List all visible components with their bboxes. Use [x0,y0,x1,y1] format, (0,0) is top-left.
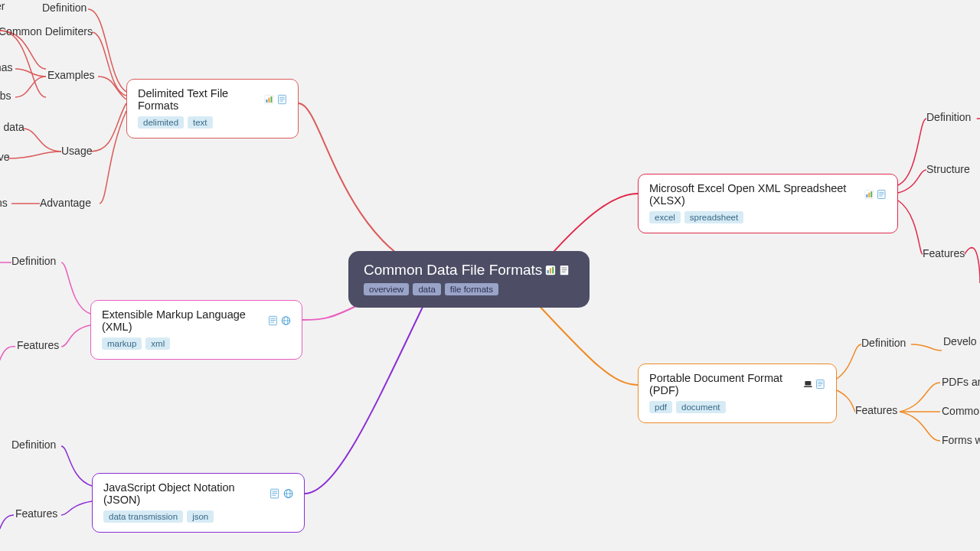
svg-rect-21 [880,192,884,193]
svg-rect-38 [273,491,278,492]
svg-rect-32 [803,386,812,387]
svg-rect-31 [805,381,811,386]
node-tags: data transmission json [103,510,293,523]
document-icon [270,488,279,499]
leaf-label[interactable]: ter [0,0,5,12]
root-tags: overview data file formats [364,283,574,295]
leaf-label[interactable]: Definition [926,111,971,123]
svg-rect-18 [868,193,870,197]
leaf-label[interactable]: Common Delimiters [0,25,93,37]
node-xml[interactable]: Extensible Markup Language (XML) markup … [90,300,302,360]
node-title-text: Microsoft Excel Open XML Spreadsheet (XL… [649,182,861,207]
tag: delimited [138,116,184,129]
leaf-label[interactable]: mas [0,61,12,73]
tag: markup [102,337,142,350]
node-pdf[interactable]: Portable Document Format (PDF) pdf docum… [638,364,837,423]
svg-rect-10 [269,98,270,103]
root-title-text: Common Data File Formats [364,262,542,279]
document-icon [877,189,887,200]
leaf-label[interactable]: Features [923,247,965,259]
node-title-text: Portable Document Format (PDF) [649,372,800,396]
document-icon [815,379,825,390]
leaf-label[interactable]: Common [942,405,980,417]
leaf-label[interactable]: Examples [47,69,94,81]
node-xlsx[interactable]: Microsoft Excel Open XML Spreadsheet (XL… [638,174,898,233]
leaf-label[interactable]: PDFs are [942,376,980,388]
svg-rect-23 [880,196,884,197]
svg-rect-5 [562,268,567,269]
svg-rect-39 [273,493,278,494]
svg-rect-3 [553,267,554,274]
tag: data transmission [103,510,183,523]
node-title-text: Delimited Text File Formats [138,87,261,112]
leaf-label[interactable]: Definition [861,337,906,349]
svg-rect-25 [270,318,275,319]
leaf-label[interactable]: Features [855,404,897,416]
svg-rect-19 [871,191,872,197]
svg-rect-14 [279,99,284,99]
svg-rect-11 [271,96,273,103]
node-title: Extensible Markup Language (XML) [102,308,291,333]
node-tags: delimited text [138,116,287,129]
node-title: Portable Document Format (PDF) [649,372,825,396]
tag: spreadsheet [684,211,743,223]
svg-rect-26 [270,320,275,321]
leaf-label[interactable]: Definition [11,255,56,267]
svg-rect-22 [880,194,884,194]
chart-icon [264,94,274,105]
leaf-label[interactable]: abs [0,90,11,102]
svg-rect-6 [562,269,567,270]
tag: text [188,116,213,129]
svg-rect-40 [273,495,276,496]
globe-icon [283,488,293,499]
chart-icon [545,265,556,276]
leaf-label[interactable]: Definition [42,2,87,14]
leaf-label[interactable]: Usage [61,145,92,157]
leaf-label[interactable]: ed data [0,121,24,133]
node-title: Microsoft Excel Open XML Spreadsheet (XL… [649,182,887,207]
tag: xml [145,337,170,350]
tag: data [413,283,440,295]
svg-rect-36 [818,386,822,386]
node-tags: pdf document [649,401,825,413]
node-tags: excel spreadsheet [649,211,887,223]
tag: document [676,401,726,413]
node-json[interactable]: JavaScript Object Notation (JSON) data t… [92,473,305,533]
node-delimited[interactable]: Delimited Text File Formats delimited te… [126,79,299,139]
node-title-text: Extensible Markup Language (XML) [102,308,265,333]
svg-rect-9 [266,99,268,103]
svg-rect-13 [279,97,284,98]
document-icon [268,315,278,326]
leaf-label[interactable]: Structure [926,163,970,175]
leaf-label[interactable]: Features [15,507,57,520]
root-title: Common Data File Formats [364,262,574,279]
svg-rect-34 [818,382,822,383]
leaf-label[interactable]: Features [17,339,59,351]
node-title: Delimited Text File Formats [138,87,287,112]
leaf-label[interactable]: Advantage [40,197,91,209]
root-node[interactable]: Common Data File Formats overview data f… [348,251,590,308]
svg-rect-15 [279,101,283,102]
document-icon [559,265,570,276]
leaf-label[interactable]: ns [0,197,8,209]
node-title-text: JavaScript Object Notation (JSON) [103,481,266,506]
svg-rect-17 [866,194,867,197]
node-title: JavaScript Object Notation (JSON) [103,481,293,506]
laptop-icon [803,379,813,390]
document-icon [277,94,287,105]
tag: overview [364,283,409,295]
svg-rect-35 [818,383,822,384]
leaf-label[interactable]: ave [0,151,10,163]
leaf-label[interactable]: Forms w [942,434,980,446]
svg-rect-1 [547,270,549,273]
leaf-label[interactable]: Develo softwa [943,335,980,349]
svg-rect-2 [550,268,551,273]
tag: file formats [445,283,498,295]
svg-rect-7 [562,272,566,272]
tag: json [187,510,214,523]
chart-icon [864,189,874,200]
globe-icon [281,315,291,326]
svg-rect-27 [270,322,274,323]
leaf-label[interactable]: Definition [11,439,56,451]
tag: excel [649,211,681,223]
